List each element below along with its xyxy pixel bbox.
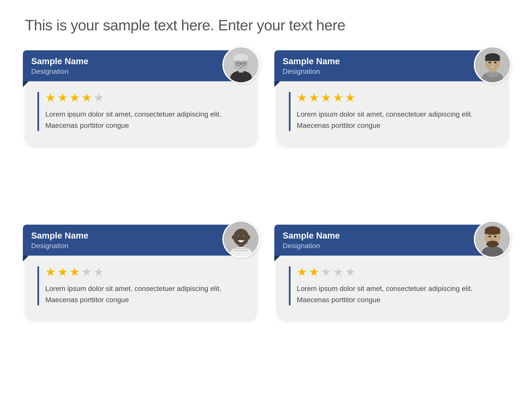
- star-filled-icon: ★: [45, 266, 56, 278]
- avatar-circle: [474, 46, 511, 83]
- card-name: Sample Name: [283, 56, 478, 66]
- card-notch: [23, 256, 29, 261]
- card-left-bar: [38, 266, 39, 305]
- card-header: Sample Name Designation: [274, 50, 486, 81]
- card-designation: Designation: [283, 67, 478, 76]
- review-text: Lorem ipsum dolor sit amet, consectetuer…: [297, 108, 494, 131]
- review-card: Sample Name Designation: [25, 59, 256, 146]
- card-wrapper-4: Sample Name Designation: [276, 225, 507, 382]
- card-wrapper-1: Sample Name Designation: [25, 50, 256, 208]
- card-header: Sample Name Designation: [23, 50, 235, 81]
- card-content: ★★★★★ Lorem ipsum dolor sit amet, consec…: [297, 266, 494, 305]
- svg-point-17: [488, 62, 491, 63]
- card-designation: Designation: [31, 242, 227, 250]
- svg-point-29: [238, 236, 239, 237]
- star-filled-icon: ★: [297, 266, 307, 278]
- card-notch: [23, 81, 29, 87]
- star-rating: ★★★★★: [297, 266, 494, 278]
- cards-grid: Sample Name Designation: [25, 50, 507, 382]
- star-filled-icon: ★: [321, 92, 331, 103]
- star-filled-icon: ★: [297, 92, 307, 103]
- svg-point-24: [233, 229, 249, 246]
- star-rating: ★★★★★: [297, 92, 494, 103]
- star-empty-icon: ★: [94, 266, 104, 278]
- star-empty-icon: ★: [94, 92, 104, 103]
- svg-point-30: [243, 236, 244, 237]
- card-designation: Designation: [31, 67, 227, 76]
- review-card: Sample Name Designation: [25, 233, 256, 320]
- review-text: Lorem ipsum dolor sit amet, consectetuer…: [45, 108, 243, 131]
- svg-point-26: [247, 235, 250, 239]
- star-rating: ★★★★★: [45, 266, 243, 278]
- card-body: ★★★★★ Lorem ipsum dolor sit amet, consec…: [38, 266, 243, 305]
- card-wrapper-3: Sample Name Designation: [25, 225, 256, 382]
- star-filled-icon: ★: [309, 92, 319, 103]
- star-filled-icon: ★: [57, 266, 68, 278]
- card-content: ★★★★★ Lorem ipsum dolor sit amet, consec…: [297, 92, 494, 131]
- avatar-circle: [474, 221, 511, 258]
- svg-point-8: [238, 63, 239, 64]
- star-filled-icon: ★: [345, 92, 355, 103]
- card-designation: Designation: [283, 242, 478, 250]
- star-empty-icon: ★: [333, 266, 343, 278]
- card-body: ★★★★★ Lorem ipsum dolor sit amet, consec…: [289, 92, 494, 131]
- avatar-circle: [222, 221, 260, 258]
- avatar-circle: [222, 46, 260, 83]
- star-rating: ★★★★★: [45, 92, 243, 103]
- review-card: Sample Name Designation: [276, 233, 507, 320]
- card-content: ★★★★★ Lorem ipsum dolor sit amet, consec…: [45, 92, 243, 131]
- svg-rect-16: [485, 57, 500, 61]
- card-content: ★★★★★ Lorem ipsum dolor sit amet, consec…: [45, 266, 243, 305]
- star-filled-icon: ★: [82, 92, 92, 103]
- svg-rect-36: [485, 230, 500, 234]
- card-left-bar: [289, 92, 291, 131]
- svg-point-9: [243, 63, 244, 64]
- review-text: Lorem ipsum dolor sit amet, consectetuer…: [45, 283, 243, 305]
- card-name: Sample Name: [283, 230, 478, 241]
- review-card: Sample Name Designation: [276, 59, 507, 146]
- card-left-bar: [38, 92, 39, 131]
- star-filled-icon: ★: [333, 92, 343, 103]
- svg-point-18: [494, 62, 496, 63]
- card-body: ★★★★★ Lorem ipsum dolor sit amet, consec…: [289, 266, 494, 305]
- card-body: ★★★★★ Lorem ipsum dolor sit amet, consec…: [38, 92, 243, 131]
- svg-point-38: [488, 241, 498, 245]
- card-notch: [274, 256, 280, 261]
- star-filled-icon: ★: [45, 92, 56, 103]
- review-text: Lorem ipsum dolor sit amet, consectetuer…: [297, 283, 494, 305]
- page-title: This is your sample text here. Enter you…: [25, 17, 507, 34]
- card-header: Sample Name Designation: [274, 225, 486, 256]
- star-filled-icon: ★: [309, 266, 319, 278]
- svg-point-25: [232, 235, 235, 239]
- card-header: Sample Name Designation: [23, 225, 235, 256]
- svg-point-40: [494, 235, 496, 237]
- svg-point-39: [488, 235, 491, 237]
- card-notch: [274, 81, 280, 87]
- star-empty-icon: ★: [321, 266, 331, 278]
- card-name: Sample Name: [31, 230, 227, 241]
- card-left-bar: [289, 266, 291, 305]
- star-filled-icon: ★: [70, 266, 80, 278]
- svg-point-4: [234, 54, 248, 62]
- star-filled-icon: ★: [70, 92, 80, 103]
- star-empty-icon: ★: [82, 266, 92, 278]
- star-filled-icon: ★: [57, 92, 68, 103]
- card-name: Sample Name: [31, 56, 227, 66]
- card-wrapper-2: Sample Name Designation: [276, 50, 507, 208]
- star-empty-icon: ★: [345, 266, 355, 278]
- svg-point-41: [491, 239, 494, 241]
